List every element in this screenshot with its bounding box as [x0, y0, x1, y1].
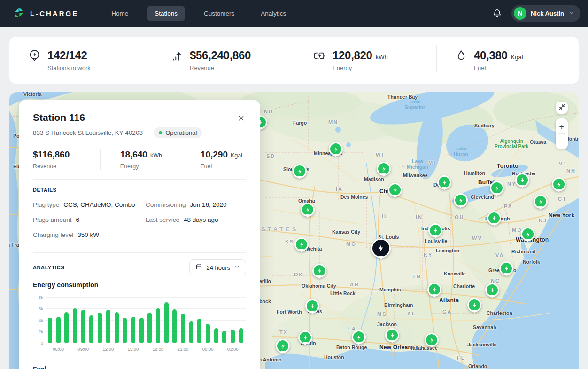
stat-value-row: 40,380Kgal — [474, 49, 579, 62]
metric-unit: kWh — [150, 152, 162, 159]
zoom-out-button[interactable]: − — [556, 134, 568, 148]
analytics-section-title: ANALYTICS — [33, 265, 64, 270]
chart-bar — [89, 315, 93, 343]
chart-bar-wrap: 18:00 — [156, 297, 160, 343]
chart-bar-wrap — [89, 297, 93, 343]
chart-bar — [115, 312, 119, 343]
station-marker[interactable] — [293, 164, 307, 178]
metric-value: $116,860 — [33, 149, 70, 160]
energy-chart-title: Energy consumption — [33, 281, 246, 289]
divider — [33, 179, 246, 180]
nav-tabs: HomeStationsCustomersAnalytics — [104, 6, 294, 21]
metric-label: Fuel — [201, 163, 242, 170]
metric-value-row: $116,860 — [33, 149, 96, 160]
station-marker[interactable] — [312, 264, 326, 278]
chart-xtick-label: 00:00 — [202, 346, 214, 352]
period-selector[interactable]: 24 hours — [189, 259, 246, 275]
chart-bar-wrap — [98, 297, 102, 343]
station-marker[interactable] — [487, 211, 501, 225]
chart-bar-wrap — [164, 297, 169, 343]
close-panel-button[interactable] — [236, 113, 246, 125]
station-marker[interactable] — [490, 181, 504, 195]
chart-bar-wrap — [73, 297, 77, 343]
chart-bar-wrap — [197, 297, 201, 343]
detail-value: CCS, CHAdeMO, Combo — [63, 201, 135, 208]
station-title: Station 116 — [33, 112, 85, 123]
detail-value: Jun 16, 2020 — [190, 201, 227, 208]
nav-tab-customers[interactable]: Customers — [196, 6, 242, 21]
station-marker[interactable] — [276, 339, 290, 353]
station-marker[interactable] — [301, 203, 315, 217]
chart-bar — [147, 313, 152, 343]
chart-bar-wrap: 00:00 — [206, 297, 210, 343]
station-marker[interactable] — [298, 330, 312, 345]
chart-bar — [214, 328, 218, 343]
user-name: Nick Austin — [531, 10, 564, 17]
battery-charging-icon — [313, 49, 326, 62]
station-marker[interactable] — [425, 333, 439, 347]
station-marker[interactable] — [467, 298, 481, 312]
station-marker[interactable] — [352, 330, 366, 344]
station-marker[interactable] — [385, 328, 399, 342]
chart-xtick-label: 21:00 — [178, 346, 189, 352]
brand: L-CHARGE — [13, 7, 78, 20]
map[interactable]: VictoriaThunder BayLake SuperiorNDFargoM… — [9, 92, 579, 369]
chart-bar-wrap — [147, 297, 152, 343]
station-marker[interactable] — [499, 261, 513, 275]
station-marker[interactable] — [552, 177, 566, 191]
stat-value-row: 120,820kWh — [333, 49, 436, 62]
nav-tab-analytics[interactable]: Analytics — [253, 6, 294, 21]
zoom-in-button[interactable]: + — [556, 120, 568, 133]
chart-bar-wrap — [123, 297, 127, 343]
station-marker[interactable] — [305, 299, 319, 313]
map-controls: + − — [556, 102, 568, 149]
chart-bar-wrap — [172, 297, 177, 343]
energy-consumption-chart: 8k6k4k2k0 06:0009:0012:0015:0018:0021:00… — [33, 295, 246, 357]
chart-bar — [139, 318, 144, 343]
chart-bar — [48, 318, 52, 343]
chart-ytick-label: 2k — [33, 329, 43, 334]
metric-revenue: $116,860Revenue — [33, 149, 100, 170]
notifications-bell-icon[interactable] — [492, 8, 502, 18]
chart-bar — [189, 321, 193, 343]
chart-bar-wrap — [222, 297, 226, 343]
user-menu[interactable]: N Nick Austin — [511, 5, 580, 22]
chart-bar — [56, 317, 61, 343]
station-marker[interactable] — [294, 237, 309, 251]
chart-bar-wrap: 12:00 — [106, 297, 110, 343]
station-marker[interactable] — [427, 283, 441, 297]
station-panel: Station 116 833 S Hancock St Louisville,… — [19, 100, 260, 369]
nav-tab-stations[interactable]: Stations — [147, 6, 185, 21]
chart-gridline — [46, 343, 246, 343]
chart-bar-wrap: 06:00 — [56, 297, 61, 343]
station-marker[interactable] — [515, 173, 529, 187]
chart-bar — [64, 312, 69, 343]
station-marker[interactable] — [329, 142, 343, 156]
metric-energy: 18,640kWhEnergy — [100, 149, 180, 170]
chart-bar — [181, 314, 185, 343]
chart-bar-wrap: 09:00 — [81, 297, 85, 343]
chart-xtick-label: 09:00 — [77, 346, 89, 352]
station-marker[interactable] — [377, 162, 391, 176]
chart-bar — [172, 309, 177, 343]
stat-unit: Kgal — [511, 54, 523, 61]
station-marker[interactable] — [534, 195, 548, 209]
station-marker[interactable] — [454, 193, 468, 207]
station-marker[interactable] — [437, 175, 451, 189]
top-nav: L-CHARGE HomeStationsCustomersAnalytics … — [0, 0, 588, 27]
station-marker[interactable] — [521, 227, 535, 241]
chart-bar-wrap: 15:00 — [131, 297, 135, 343]
station-marker[interactable] — [388, 183, 402, 197]
app: L-CHARGE HomeStationsCustomersAnalytics … — [0, 0, 588, 369]
nav-tab-home[interactable]: Home — [104, 6, 136, 21]
fuel-chart-title: Fuel — [33, 365, 246, 369]
collapse-map-button[interactable] — [556, 102, 568, 114]
station-marker[interactable] — [485, 283, 499, 297]
stat-label: Stations in work — [47, 64, 152, 71]
chart-bar — [164, 302, 169, 343]
station-marker[interactable] — [428, 223, 442, 237]
stat-label: Fuel — [474, 64, 579, 71]
chart-bar — [123, 318, 127, 343]
chart-ytick-label: 4k — [33, 317, 43, 322]
selected-station-marker[interactable] — [371, 238, 391, 258]
